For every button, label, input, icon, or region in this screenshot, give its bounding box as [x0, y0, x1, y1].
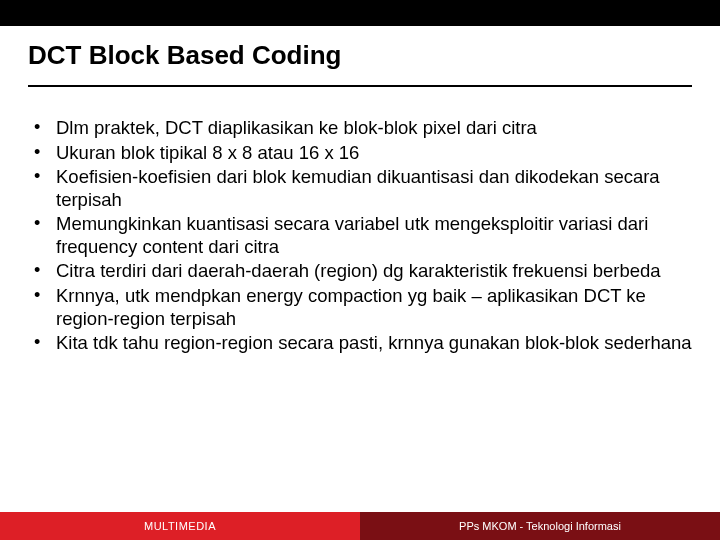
footer-left-text: MULTIMEDIA [144, 520, 216, 532]
list-item: Dlm praktek, DCT diaplikasikan ke blok-b… [28, 117, 692, 140]
list-item: Memungkinkan kuantisasi secara variabel … [28, 213, 692, 258]
list-item: Ukuran blok tipikal 8 x 8 atau 16 x 16 [28, 142, 692, 165]
footer-right-panel: PPs MKOM - Teknologi Informasi [360, 512, 720, 540]
footer-right-text: PPs MKOM - Teknologi Informasi [459, 520, 621, 532]
slide-title: DCT Block Based Coding [28, 40, 692, 71]
list-item: Citra terdiri dari daerah-daerah (region… [28, 260, 692, 283]
footer-left-panel: MULTIMEDIA [0, 512, 360, 540]
top-black-bar [0, 0, 720, 26]
bullet-list: Dlm praktek, DCT diaplikasikan ke blok-b… [28, 117, 692, 355]
footer-bar: MULTIMEDIA PPs MKOM - Teknologi Informas… [0, 512, 720, 540]
list-item: Kita tdk tahu region-region secara pasti… [28, 332, 692, 355]
content-area: Dlm praktek, DCT diaplikasikan ke blok-b… [0, 87, 720, 355]
title-section: DCT Block Based Coding [0, 26, 720, 77]
list-item: Krnnya, utk mendpkan energy compaction y… [28, 285, 692, 330]
list-item: Koefisien-koefisien dari blok kemudian d… [28, 166, 692, 211]
